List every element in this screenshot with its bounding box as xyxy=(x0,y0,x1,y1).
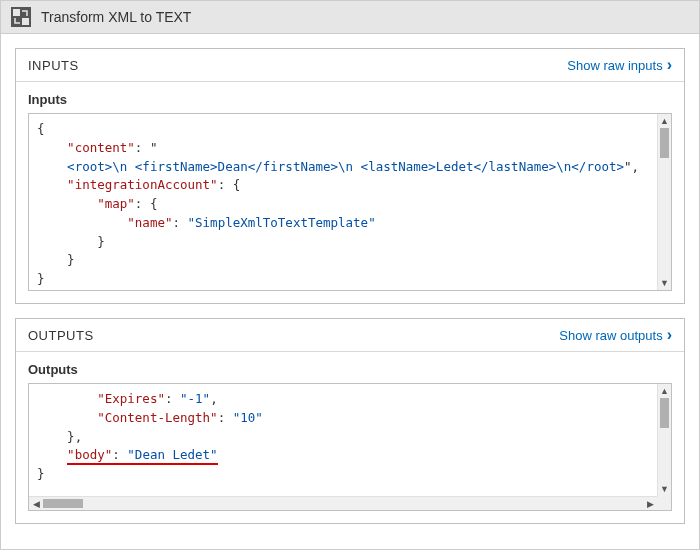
scroll-up-icon[interactable]: ▲ xyxy=(658,114,671,128)
chevron-right-icon: › xyxy=(667,57,672,73)
inputs-vertical-scrollbar[interactable]: ▲ ▼ xyxy=(657,114,671,290)
inputs-sub-label: Inputs xyxy=(28,92,672,107)
inputs-panel-header: INPUTS Show raw inputs › xyxy=(16,49,684,82)
scroll-corner xyxy=(657,496,671,510)
outputs-panel-header: OUTPUTS Show raw outputs › xyxy=(16,319,684,352)
show-raw-outputs-label: Show raw outputs xyxy=(559,328,662,343)
transform-icon xyxy=(11,7,31,27)
show-raw-outputs-link[interactable]: Show raw outputs › xyxy=(559,327,672,343)
outputs-panel-body: Outputs "Expires": "-1", "Content-Length… xyxy=(16,352,684,523)
scroll-down-icon[interactable]: ▼ xyxy=(658,482,671,496)
show-raw-inputs-label: Show raw inputs xyxy=(567,58,662,73)
inputs-code: { "content": " <root>\n <firstName>Dean<… xyxy=(29,114,657,290)
outputs-heading: OUTPUTS xyxy=(28,328,94,343)
svg-rect-1 xyxy=(13,9,20,16)
scroll-right-icon[interactable]: ▶ xyxy=(643,497,657,510)
scroll-thumb[interactable] xyxy=(660,128,669,158)
inputs-codebox[interactable]: { "content": " <root>\n <firstName>Dean<… xyxy=(28,113,672,291)
outputs-sub-label: Outputs xyxy=(28,362,672,377)
window-title: Transform XML to TEXT xyxy=(41,9,191,25)
outputs-code: "Expires": "-1", "Content-Length": "10" … xyxy=(29,384,657,496)
scroll-up-icon[interactable]: ▲ xyxy=(658,384,671,398)
scroll-down-icon[interactable]: ▼ xyxy=(658,276,671,290)
scroll-thumb[interactable] xyxy=(43,499,83,508)
outputs-horizontal-scrollbar[interactable]: ◀ ▶ xyxy=(29,496,657,510)
outputs-panel: OUTPUTS Show raw outputs › Outputs "Expi… xyxy=(15,318,685,524)
chevron-right-icon: › xyxy=(667,327,672,343)
outputs-vertical-scrollbar[interactable]: ▲ ▼ xyxy=(657,384,671,496)
svg-rect-2 xyxy=(22,18,29,25)
scroll-left-icon[interactable]: ◀ xyxy=(29,497,43,510)
outputs-codebox[interactable]: "Expires": "-1", "Content-Length": "10" … xyxy=(28,383,672,511)
inputs-panel: INPUTS Show raw inputs › Inputs { "conte… xyxy=(15,48,685,304)
inputs-heading: INPUTS xyxy=(28,58,79,73)
scroll-thumb[interactable] xyxy=(660,398,669,428)
show-raw-inputs-link[interactable]: Show raw inputs › xyxy=(567,57,672,73)
content-area: INPUTS Show raw inputs › Inputs { "conte… xyxy=(1,34,699,538)
title-bar: Transform XML to TEXT xyxy=(1,1,699,34)
inputs-panel-body: Inputs { "content": " <root>\n <firstNam… xyxy=(16,82,684,303)
